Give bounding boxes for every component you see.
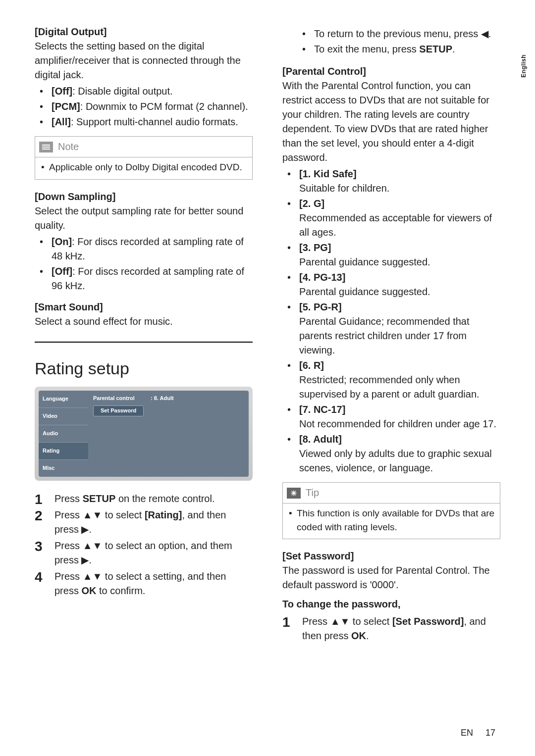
right-column: To return to the previous menu, press ◀.… xyxy=(282,25,500,645)
level-desc: Not recommended for children under age 1… xyxy=(299,417,500,431)
change-password-steps: Press ▲▼ to select [Set Password], and t… xyxy=(282,614,500,643)
step-text: Press xyxy=(54,571,83,582)
level-desc: Viewed only by adults due to graphic sex… xyxy=(299,447,500,475)
level-desc: Parental Guidance; recommended that pare… xyxy=(299,314,500,357)
tip-header: Tip xyxy=(283,483,500,504)
note-body: Applicable only to Dolby Digital encoded… xyxy=(35,157,252,179)
step-text: . xyxy=(89,554,92,565)
text: To return to the previous menu, press xyxy=(314,28,481,39)
item-desc: : Support multi-channel audio formats. xyxy=(71,116,238,127)
up-down-icon: ▲▼ xyxy=(83,509,103,520)
item-desc: : For discs recorded at sampling rate of… xyxy=(52,266,244,291)
list-item: [5. PG-R]Parental Guidance; recommended … xyxy=(282,300,500,357)
level-label: [7. NC-17] xyxy=(299,404,345,415)
columns: [Digital Output] Selects the setting bas… xyxy=(35,25,500,645)
level-label: [2. G] xyxy=(299,198,324,209)
step-text: Press xyxy=(54,493,83,504)
list-item: [4. PG-13]Parental guidance suggested. xyxy=(282,270,500,299)
osd-tab-misc[interactable]: Misc xyxy=(39,460,88,477)
list-item: To return to the previous menu, press ◀. xyxy=(297,27,500,41)
osd-set-password-button[interactable]: Set Password xyxy=(93,405,144,416)
steps-list: Press SETUP on the remote control. Press… xyxy=(35,492,253,598)
item-label: [Off] xyxy=(52,86,72,97)
left-column: [Digital Output] Selects the setting bas… xyxy=(35,25,253,645)
page-footer: EN 17 xyxy=(461,728,495,738)
right-arrow-icon: ▶ xyxy=(81,554,89,565)
parental-control-title: [Parental Control] xyxy=(282,64,500,79)
down-sampling-intro: Select the output sampling rate for bett… xyxy=(35,204,253,233)
level-desc: Restricted; recommended only when superv… xyxy=(299,373,500,402)
osd-tab-language[interactable]: Language xyxy=(39,391,88,408)
list-item: [7. NC-17]Not recommended for children u… xyxy=(282,403,500,431)
step-text: Press xyxy=(54,540,83,551)
note-text: Applicable only to Dolby Digital encoded… xyxy=(40,160,247,174)
step-bold: [Set Password] xyxy=(392,616,464,627)
note-box: Note Applicable only to Dolby Digital en… xyxy=(35,136,253,180)
tip-box: Tip This function is only available for … xyxy=(282,482,500,539)
osd-row-value: : 8. Adult xyxy=(151,395,174,403)
right-arrow-icon: ▶ xyxy=(81,524,89,535)
item-label: [PCM] xyxy=(52,101,80,112)
step-1: Press ▲▼ to select [Set Password], and t… xyxy=(282,614,500,643)
parental-control-intro: With the Parental Control function, you … xyxy=(282,79,500,165)
step-bold: OK xyxy=(351,630,366,641)
up-down-icon: ▲▼ xyxy=(83,571,103,582)
left-arrow-icon: ◀ xyxy=(481,28,488,39)
osd-row-label: Parental control xyxy=(93,395,148,403)
osd-tab-audio[interactable]: Audio xyxy=(39,425,88,443)
osd-panel: Parental control : 8. Adult Set Password xyxy=(88,391,249,477)
note-header: Note xyxy=(35,137,252,157)
smart-sound-title: [Smart Sound] xyxy=(35,300,253,314)
list-item: [Off]: For discs recorded at sampling ra… xyxy=(35,264,253,293)
section-divider xyxy=(35,342,253,343)
level-label: [3. PG] xyxy=(299,242,331,253)
set-password-title: [Set Password] xyxy=(282,549,500,563)
step-4: Press ▲▼ to select a setting, and then p… xyxy=(35,569,253,598)
page: English [Digital Output] Selects the set… xyxy=(0,0,535,756)
tip-text: This function is only available for DVDs… xyxy=(288,506,495,534)
footer-page-number: 17 xyxy=(485,728,495,738)
osd-tab-video[interactable]: Video xyxy=(39,408,88,425)
level-desc: Parental guidance suggested. xyxy=(299,255,500,269)
text-bold: SETUP xyxy=(419,44,452,54)
rating-setup-heading: Rating setup xyxy=(35,356,253,381)
item-label: [Off] xyxy=(52,266,72,277)
step-2: Press ▲▼ to select [Rating], and then pr… xyxy=(35,508,253,537)
down-sampling-list: [On]: For discs recorded at sampling rat… xyxy=(35,235,253,293)
digital-output-list: [Off]: Disable digital output. [PCM]: Do… xyxy=(35,84,253,129)
up-down-icon: ▲▼ xyxy=(83,540,103,551)
list-item: [3. PG]Parental guidance suggested. xyxy=(282,241,500,269)
level-label: [1. Kid Safe] xyxy=(299,168,357,179)
list-item: [6. R]Restricted; recommended only when … xyxy=(282,358,500,402)
list-item: [All]: Support multi-channel audio forma… xyxy=(35,115,253,129)
osd-row-parental[interactable]: Parental control : 8. Adult xyxy=(93,395,244,403)
set-password-intro: The password is used for Parental Contro… xyxy=(282,563,500,592)
osd-menu: Language Video Audio Rating Misc Parenta… xyxy=(35,387,253,481)
osd-tab-rating[interactable]: Rating xyxy=(39,443,88,460)
note-heading: Note xyxy=(58,140,79,154)
change-password-heading: To change the password, xyxy=(282,597,500,611)
list-item: [PCM]: Downmix to PCM format (2 channel)… xyxy=(35,100,253,114)
item-label: [All] xyxy=(52,116,71,127)
list-item: [8. Adult]Viewed only by adults due to g… xyxy=(282,432,500,475)
item-desc: : For discs recorded at sampling rate of… xyxy=(52,236,244,261)
osd-tabs: Language Video Audio Rating Misc xyxy=(39,391,88,477)
tip-body: This function is only available for DVDs… xyxy=(283,504,500,539)
list-item: To exit the menu, press SETUP. xyxy=(297,42,500,56)
down-sampling-title: [Down Sampling] xyxy=(35,190,253,204)
level-label: [8. Adult] xyxy=(299,434,342,445)
step-text: to select xyxy=(102,509,145,520)
level-desc: Recommended as acceptable for viewers of… xyxy=(299,211,500,240)
level-label: [6. R] xyxy=(299,360,324,371)
level-label: [5. PG-R] xyxy=(299,302,342,312)
tip-heading: Tip xyxy=(306,486,319,500)
list-item: [Off]: Disable digital output. xyxy=(35,84,253,99)
step-text: to select xyxy=(350,616,392,627)
tip-icon xyxy=(287,488,301,499)
step-text: Press xyxy=(54,509,83,520)
digital-output-title: [Digital Output] xyxy=(35,25,253,39)
level-label: [4. PG-13] xyxy=(299,272,345,283)
osd-row-set-password[interactable]: Set Password xyxy=(93,405,244,416)
text: To exit the menu, press xyxy=(314,44,419,54)
list-item: [1. Kid Safe]Suitable for children. xyxy=(282,167,500,196)
